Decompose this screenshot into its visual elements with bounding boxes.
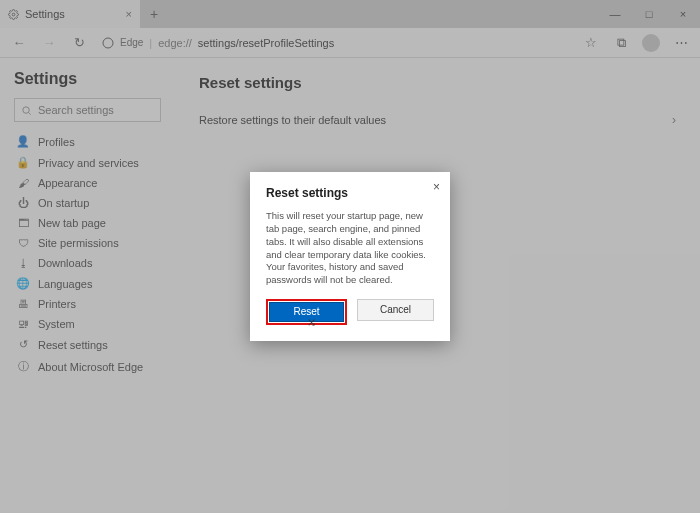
modal-overlay: × Reset settings This will reset your st…: [0, 0, 700, 513]
dialog-title: Reset settings: [266, 186, 434, 200]
cancel-button[interactable]: Cancel: [357, 299, 434, 321]
dialog-actions: Reset ⤰ Cancel: [266, 299, 434, 325]
reset-dialog: × Reset settings This will reset your st…: [250, 172, 450, 341]
reset-button[interactable]: Reset ⤰: [269, 302, 344, 322]
cursor-icon: ⤰: [307, 316, 316, 329]
reset-button-highlight: Reset ⤰: [266, 299, 347, 325]
cancel-button-label: Cancel: [380, 304, 411, 315]
dialog-body: This will reset your startup page, new t…: [266, 210, 434, 287]
dialog-close-button[interactable]: ×: [433, 180, 440, 194]
